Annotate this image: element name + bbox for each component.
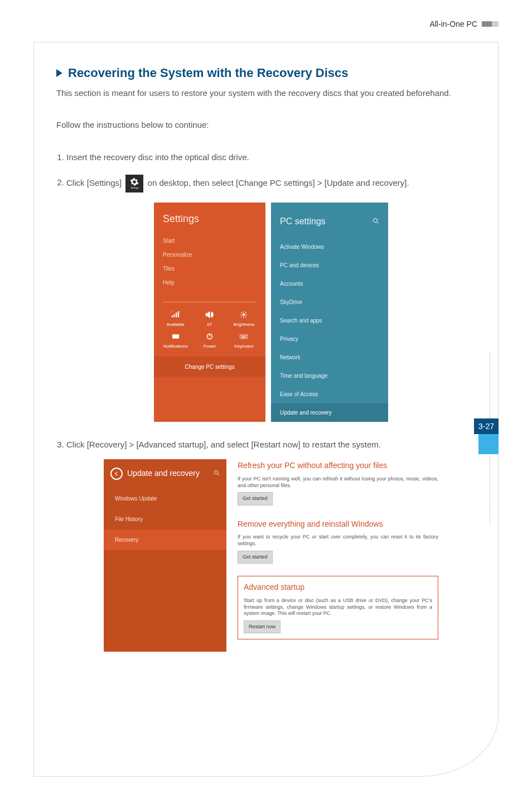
side-page-tab: 3-27 xyxy=(474,352,499,523)
notifications-tile-label: Notifications xyxy=(163,344,188,349)
refresh-get-started-button[interactable]: Get started xyxy=(238,492,273,505)
update-panel-header: Update and recovery xyxy=(104,459,226,488)
pc-settings-title: PC settings xyxy=(280,214,326,229)
notifications-icon xyxy=(171,332,181,341)
brand-label: All-in-One PC xyxy=(429,20,477,28)
follow-paragraph: Follow the instructions below to continu… xyxy=(56,119,476,132)
svg-rect-18 xyxy=(246,335,247,336)
svg-line-23 xyxy=(217,474,219,475)
instruction-list: Insert the recovery disc into the optica… xyxy=(56,150,476,652)
svg-rect-16 xyxy=(244,335,245,336)
section-heading: Recovering the System with the Recovery … xyxy=(56,66,476,80)
pcsettings-skydrive[interactable]: SkyDrive xyxy=(271,293,388,311)
refresh-desc: If your PC isn't running well, you can r… xyxy=(238,476,438,489)
back-icon[interactable] xyxy=(110,468,123,480)
update-and-recovery-panel: Update and recovery Windows Update File … xyxy=(104,459,226,652)
search-icon[interactable] xyxy=(373,214,379,229)
svg-line-7 xyxy=(245,316,246,317)
brightness-tile[interactable]: Brightness xyxy=(227,310,261,329)
update-panel-fill xyxy=(104,550,226,634)
pcsettings-search-and-apps[interactable]: Search and apps xyxy=(271,311,388,330)
recovery-advanced-section: Advanced startup Start up from a device … xyxy=(238,576,438,639)
svg-line-8 xyxy=(241,316,243,317)
step-3-text: Click [Recovery] > [Advanced startup], a… xyxy=(66,440,381,449)
svg-rect-14 xyxy=(241,335,242,336)
power-tile-label: Power xyxy=(204,344,216,349)
svg-point-22 xyxy=(214,471,217,474)
charm-menu-tiles[interactable]: Tiles xyxy=(163,264,257,273)
charm-menu-help[interactable]: Help xyxy=(163,278,257,287)
step-3: Click [Recovery] > [Advanced startup], a… xyxy=(66,437,476,652)
side-dots-top xyxy=(490,352,491,418)
step-2-text-a: Click [Settings] xyxy=(66,177,122,187)
volume-tile[interactable]: 67 xyxy=(192,310,226,329)
remove-title: Remove everything and reinstall Windows xyxy=(238,518,438,531)
notifications-tile[interactable]: Notifications xyxy=(158,332,192,350)
svg-line-6 xyxy=(241,312,243,314)
document-header: All-in-One PC xyxy=(33,20,499,32)
svg-line-9 xyxy=(245,312,246,314)
svg-point-1 xyxy=(243,314,245,316)
svg-line-21 xyxy=(377,222,379,224)
settings-charm-tiles: * Available 67 Brightness xyxy=(154,302,265,357)
charm-menu-start[interactable]: Start xyxy=(163,236,257,246)
network-icon: * xyxy=(171,310,181,319)
svg-text:*: * xyxy=(171,311,172,314)
remove-get-started-button[interactable]: Get started xyxy=(238,551,273,564)
advanced-desc: Start up from a device or disc (such as … xyxy=(244,598,432,617)
power-icon xyxy=(205,332,215,341)
settings-charm-panel: Settings Start Personalize Tiles Help * … xyxy=(154,203,265,422)
step-2-text-b: on desktop, then select [Change PC setti… xyxy=(148,177,409,187)
recovery-options-pane: Refresh your PC without affecting your f… xyxy=(238,459,438,652)
pc-settings-panel: PC settings Activate Windows PC and devi… xyxy=(271,203,388,422)
search-icon[interactable] xyxy=(214,467,220,480)
pcsettings-privacy[interactable]: Privacy xyxy=(271,330,388,348)
update-panel-recovery[interactable]: Recovery xyxy=(104,530,226,550)
advanced-title: Advanced startup xyxy=(244,581,432,594)
settings-tile-label: Settings xyxy=(130,187,138,189)
pcsettings-time-and-language[interactable]: Time and language xyxy=(271,367,388,385)
update-panel-windows-update[interactable]: Windows Update xyxy=(104,488,226,509)
refresh-title: Refresh your PC without affecting your f… xyxy=(238,459,438,473)
settings-tile-icon: Settings xyxy=(125,175,143,192)
intro-paragraph: This section is meant for users to resto… xyxy=(56,87,476,100)
pcsettings-pc-and-devices[interactable]: PC and devices xyxy=(271,256,388,275)
brightness-tile-label: Brightness xyxy=(233,322,254,327)
step-2: Click [Settings] Settings on desktop, th… xyxy=(66,175,476,422)
page-frame: Recovering the System with the Recovery … xyxy=(33,42,499,777)
settings-charm-title: Settings xyxy=(154,203,265,230)
figure-update-and-recovery: Update and recovery Windows Update File … xyxy=(66,459,476,652)
side-accent-block xyxy=(478,434,499,454)
power-tile[interactable]: Power xyxy=(192,332,226,350)
brightness-icon xyxy=(239,310,249,319)
recovery-refresh-section: Refresh your PC without affecting your f… xyxy=(238,459,438,505)
chevron-right-icon xyxy=(56,69,62,77)
svg-point-20 xyxy=(374,218,378,222)
gear-icon xyxy=(130,177,139,186)
svg-rect-15 xyxy=(242,335,243,336)
recovery-remove-section: Remove everything and reinstall Windows … xyxy=(238,518,438,564)
update-panel-title: Update and recovery xyxy=(127,467,200,480)
charm-menu-personalize[interactable]: Personalize xyxy=(163,250,257,259)
volume-icon xyxy=(205,310,215,319)
svg-rect-19 xyxy=(242,336,246,338)
pc-settings-header: PC settings xyxy=(271,203,388,238)
step-1: Insert the recovery disc into the optica… xyxy=(66,150,476,165)
settings-charm-menu: Start Personalize Tiles Help xyxy=(154,229,265,302)
keyboard-icon xyxy=(239,332,249,341)
pcsettings-activate-windows[interactable]: Activate Windows xyxy=(271,238,388,256)
pcsettings-accounts[interactable]: Accounts xyxy=(271,275,388,293)
svg-rect-13 xyxy=(240,335,248,339)
update-panel-file-history[interactable]: File History xyxy=(104,509,226,530)
pcsettings-update-and-recovery[interactable]: Update and recovery xyxy=(271,403,388,422)
change-pc-settings-link[interactable]: Change PC settings xyxy=(154,357,265,377)
keyboard-tile[interactable]: Keyboard xyxy=(227,332,261,350)
network-tile[interactable]: * Available xyxy=(158,310,192,329)
svg-rect-10 xyxy=(172,334,179,339)
pcsettings-ease-of-access[interactable]: Ease of Access xyxy=(271,385,388,403)
pcsettings-network[interactable]: Network xyxy=(271,348,388,367)
advanced-restart-now-button[interactable]: Restart now xyxy=(244,620,280,633)
svg-rect-17 xyxy=(245,335,246,336)
page-number-badge: 3-27 xyxy=(474,418,499,434)
side-dots-bottom xyxy=(490,456,491,523)
